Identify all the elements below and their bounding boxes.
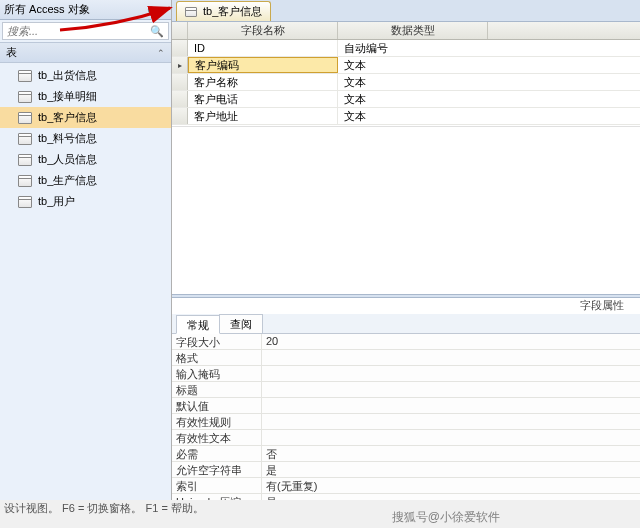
table-icon bbox=[18, 133, 32, 145]
sidebar-item-label: tb_接单明细 bbox=[38, 89, 97, 104]
field-row[interactable]: 客户编码文本 bbox=[172, 57, 640, 74]
property-value[interactable]: 否 bbox=[262, 446, 640, 461]
row-selector[interactable] bbox=[172, 108, 188, 124]
sidebar-item-label: tb_人员信息 bbox=[38, 152, 97, 167]
field-name-cell[interactable]: 客户电话 bbox=[188, 91, 338, 107]
sidebar-item[interactable]: tb_客户信息 bbox=[0, 107, 171, 128]
property-value[interactable]: 有(无重复) bbox=[262, 478, 640, 493]
property-row[interactable]: 有效性文本 bbox=[172, 430, 640, 446]
field-row[interactable]: ID自动编号 bbox=[172, 40, 640, 57]
property-value[interactable] bbox=[262, 414, 640, 429]
property-value[interactable]: 20 bbox=[262, 334, 640, 349]
property-key: Unicode 压缩 bbox=[172, 494, 262, 501]
property-value[interactable] bbox=[262, 430, 640, 445]
property-row[interactable]: 有效性规则 bbox=[172, 414, 640, 430]
field-name-cell[interactable]: ID bbox=[188, 40, 338, 56]
status-bar: 设计视图。 F6 = 切换窗格。 F1 = 帮助。 bbox=[4, 501, 204, 516]
sidebar-item[interactable]: tb_用户 bbox=[0, 191, 171, 212]
field-name-cell[interactable]: 客户名称 bbox=[188, 74, 338, 90]
properties-title: 字段属性 bbox=[172, 298, 640, 314]
sidebar-items: tb_出货信息tb_接单明细tb_客户信息tb_料号信息tb_人员信息tb_生产… bbox=[0, 63, 171, 214]
empty-rows[interactable] bbox=[172, 126, 640, 294]
group-label: 表 bbox=[6, 45, 17, 60]
dropdown-icon[interactable]: ⊙ bbox=[145, 4, 157, 15]
property-key: 索引 bbox=[172, 478, 262, 493]
property-value[interactable]: 是 bbox=[262, 462, 640, 477]
row-selector[interactable] bbox=[172, 40, 188, 56]
table-icon bbox=[18, 112, 32, 124]
group-tables[interactable]: 表 ⌃ bbox=[0, 42, 171, 63]
property-value[interactable]: 是 bbox=[262, 494, 640, 501]
field-row[interactable]: 客户电话文本 bbox=[172, 91, 640, 108]
sidebar-item-label: tb_客户信息 bbox=[38, 110, 97, 125]
property-key: 格式 bbox=[172, 350, 262, 365]
table-icon bbox=[18, 70, 32, 82]
column-headers: 字段名称 数据类型 bbox=[172, 22, 640, 40]
sidebar-item[interactable]: tb_接单明细 bbox=[0, 86, 171, 107]
property-value[interactable] bbox=[262, 350, 640, 365]
sidebar-item-label: tb_用户 bbox=[38, 194, 75, 209]
search-icon[interactable]: 🔍 bbox=[150, 25, 164, 38]
property-row[interactable]: 默认值 bbox=[172, 398, 640, 414]
property-row[interactable]: 索引有(无重复) bbox=[172, 478, 640, 494]
tab-lookup[interactable]: 查阅 bbox=[219, 314, 263, 333]
data-type-cell[interactable]: 文本 bbox=[338, 74, 488, 90]
tab-table[interactable]: tb_客户信息 bbox=[176, 1, 271, 21]
row-selector[interactable] bbox=[172, 57, 188, 73]
property-key: 标题 bbox=[172, 382, 262, 397]
property-key: 有效性文本 bbox=[172, 430, 262, 445]
field-name-cell[interactable]: 客户编码 bbox=[188, 57, 338, 73]
field-name-cell[interactable]: 客户地址 bbox=[188, 108, 338, 124]
app-root: 所有 Access 对象 ⊙ « 🔍 表 ⌃ tb_出货信息tb_接单明细tb_… bbox=[0, 0, 640, 500]
nav-sidebar: 所有 Access 对象 ⊙ « 🔍 表 ⌃ tb_出货信息tb_接单明细tb_… bbox=[0, 0, 172, 500]
property-row[interactable]: 格式 bbox=[172, 350, 640, 366]
row-selector-header[interactable] bbox=[172, 22, 188, 39]
tab-label: tb_客户信息 bbox=[203, 4, 262, 19]
property-tabs: 常规 查阅 bbox=[172, 314, 640, 334]
data-type-cell[interactable]: 文本 bbox=[338, 108, 488, 124]
property-row[interactable]: 允许空字符串是 bbox=[172, 462, 640, 478]
row-selector[interactable] bbox=[172, 74, 188, 90]
property-value[interactable] bbox=[262, 382, 640, 397]
table-icon bbox=[18, 175, 32, 187]
table-icon bbox=[18, 91, 32, 103]
field-row[interactable]: 客户地址文本 bbox=[172, 108, 640, 125]
sidebar-item[interactable]: tb_出货信息 bbox=[0, 65, 171, 86]
tab-general[interactable]: 常规 bbox=[176, 315, 220, 334]
sidebar-item[interactable]: tb_生产信息 bbox=[0, 170, 171, 191]
field-row[interactable]: 客户名称文本 bbox=[172, 74, 640, 91]
property-value[interactable] bbox=[262, 398, 640, 413]
search-input[interactable] bbox=[7, 25, 150, 37]
chevron-up-icon: ⌃ bbox=[157, 48, 165, 58]
data-type-cell[interactable]: 自动编号 bbox=[338, 40, 488, 56]
col-field-name[interactable]: 字段名称 bbox=[188, 22, 338, 39]
sidebar-item[interactable]: tb_料号信息 bbox=[0, 128, 171, 149]
table-icon bbox=[185, 7, 197, 17]
row-selector[interactable] bbox=[172, 91, 188, 107]
property-key: 默认值 bbox=[172, 398, 262, 413]
property-key: 允许空字符串 bbox=[172, 462, 262, 477]
collapse-icon[interactable]: « bbox=[157, 4, 167, 15]
sidebar-header[interactable]: 所有 Access 对象 ⊙ « bbox=[0, 0, 171, 20]
property-row[interactable]: 标题 bbox=[172, 382, 640, 398]
sidebar-item[interactable]: tb_人员信息 bbox=[0, 149, 171, 170]
property-key: 输入掩码 bbox=[172, 366, 262, 381]
col-data-type[interactable]: 数据类型 bbox=[338, 22, 488, 39]
property-row[interactable]: Unicode 压缩是 bbox=[172, 494, 640, 501]
sidebar-item-label: tb_生产信息 bbox=[38, 173, 97, 188]
property-row[interactable]: 输入掩码 bbox=[172, 366, 640, 382]
data-type-cell[interactable]: 文本 bbox=[338, 91, 488, 107]
property-row[interactable]: 字段大小20 bbox=[172, 334, 640, 350]
property-key: 必需 bbox=[172, 446, 262, 461]
property-value[interactable] bbox=[262, 366, 640, 381]
data-type-cell[interactable]: 文本 bbox=[338, 57, 488, 73]
sidebar-item-label: tb_出货信息 bbox=[38, 68, 97, 83]
main-area: tb_客户信息 字段名称 数据类型 ID自动编号客户编码文本客户名称文本客户电话… bbox=[172, 0, 640, 500]
tab-bar: tb_客户信息 bbox=[172, 0, 640, 22]
property-row[interactable]: 必需否 bbox=[172, 446, 640, 462]
field-rows: ID自动编号客户编码文本客户名称文本客户电话文本客户地址文本 bbox=[172, 40, 640, 126]
search-box[interactable]: 🔍 bbox=[2, 22, 169, 40]
watermark: 搜狐号@小徐爱软件 bbox=[392, 509, 500, 526]
property-key: 有效性规则 bbox=[172, 414, 262, 429]
property-key: 字段大小 bbox=[172, 334, 262, 349]
